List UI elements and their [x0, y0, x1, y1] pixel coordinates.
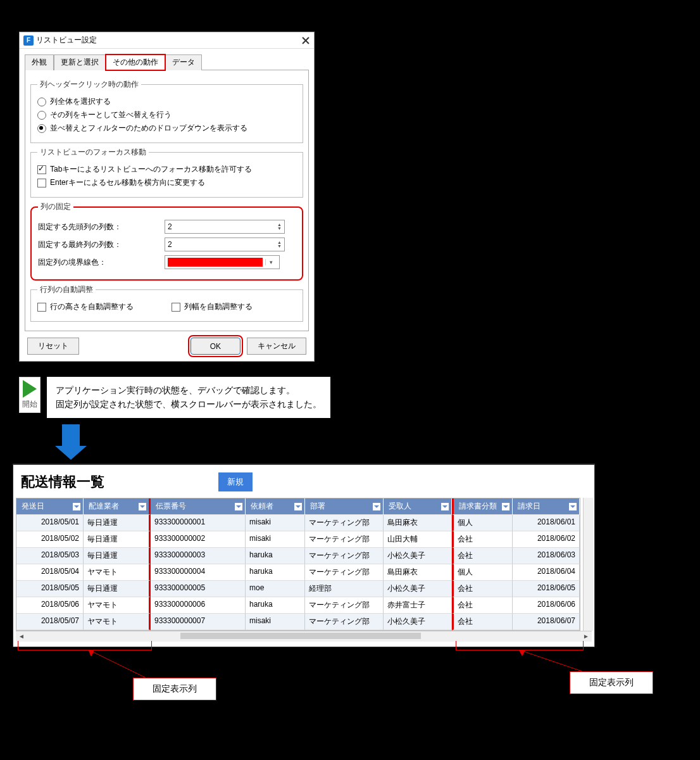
border-color-select[interactable]: ▾ — [165, 255, 280, 269]
table-cell[interactable]: 2018/06/02 — [513, 531, 580, 548]
spinner-arrows-icon[interactable]: ▲▼ — [277, 223, 282, 231]
filter-icon[interactable] — [294, 503, 302, 510]
table-cell[interactable]: 小松久美子 — [384, 581, 452, 597]
table-cell[interactable]: 毎日通運 — [84, 531, 151, 548]
column-header[interactable]: 配達業者 — [84, 498, 151, 515]
table-cell[interactable]: misaki — [246, 515, 305, 531]
table-cell[interactable]: マーケティング部 — [305, 564, 384, 581]
table-cell[interactable]: ヤマモト — [84, 597, 151, 614]
tab-other-behavior[interactable]: その他の動作 — [106, 54, 165, 70]
table-cell[interactable]: 933300000005 — [151, 581, 246, 597]
table-cell[interactable]: 2018/05/02 — [16, 531, 84, 548]
filter-icon[interactable] — [569, 503, 577, 510]
table-cell[interactable]: moe — [246, 581, 305, 597]
table-cell[interactable]: 小松久美子 — [384, 614, 452, 630]
radio-sort-by-column[interactable] — [37, 111, 46, 120]
checkbox-col-width[interactable] — [172, 303, 180, 312]
table-cell[interactable]: 2018/05/04 — [16, 564, 84, 581]
table-cell[interactable]: 会社 — [452, 614, 513, 630]
table-cell[interactable]: マーケティング部 — [305, 531, 384, 548]
table-row[interactable]: 2018/05/04ヤマモト933300000004harukaマーケティング部… — [16, 564, 580, 581]
table-row[interactable]: 2018/05/07ヤマモト933300000007misakiマーケティング部… — [16, 614, 580, 630]
table-cell[interactable]: 小松久美子 — [384, 548, 452, 564]
table-cell[interactable]: 個人 — [452, 515, 513, 531]
table-cell[interactable]: haruka — [246, 564, 305, 581]
table-cell[interactable]: 赤井富士子 — [384, 597, 452, 614]
table-row[interactable]: 2018/05/01毎日通運933300000001misakiマーケティング部… — [16, 515, 580, 531]
tab-update-select[interactable]: 更新と選択 — [54, 54, 106, 70]
table-cell[interactable]: 個人 — [452, 564, 513, 581]
scroll-thumb[interactable] — [180, 633, 421, 639]
table-cell[interactable]: マーケティング部 — [305, 614, 384, 630]
table-cell[interactable]: マーケティング部 — [305, 515, 384, 531]
table-cell[interactable]: 島田麻衣 — [384, 564, 452, 581]
filter-icon[interactable] — [373, 503, 380, 510]
column-header[interactable]: 部署 — [305, 498, 384, 515]
table-cell[interactable]: 山田大輔 — [384, 531, 452, 548]
table-cell[interactable]: 933300000003 — [151, 548, 246, 564]
table-cell[interactable]: misaki — [246, 614, 305, 630]
table-cell[interactable]: 会社 — [452, 548, 513, 564]
radio-show-dropdown[interactable] — [37, 124, 46, 133]
table-cell[interactable]: 2018/06/06 — [513, 597, 580, 614]
column-header[interactable]: 伝票番号 — [151, 498, 246, 515]
table-cell[interactable]: 2018/06/01 — [513, 515, 580, 531]
scroll-right-icon[interactable]: ► — [583, 633, 589, 640]
leading-fix-spinner[interactable]: 2 ▲▼ — [165, 220, 285, 234]
table-cell[interactable]: マーケティング部 — [305, 597, 384, 614]
trailing-fix-spinner[interactable]: 2 ▲▼ — [165, 238, 285, 251]
cancel-button[interactable]: キャンセル — [247, 338, 306, 355]
table-cell[interactable]: 2018/05/06 — [16, 597, 84, 614]
filter-icon[interactable] — [139, 503, 146, 510]
table-cell[interactable]: misaki — [246, 531, 305, 548]
table-cell[interactable]: 2018/06/04 — [513, 564, 580, 581]
table-cell[interactable]: 会社 — [452, 531, 513, 548]
table-cell[interactable]: 毎日通運 — [84, 515, 151, 531]
tab-appearance[interactable]: 外観 — [25, 54, 54, 70]
filter-icon[interactable] — [502, 503, 509, 510]
vertical-scrollbar[interactable] — [583, 498, 594, 631]
new-button[interactable]: 新規 — [218, 472, 253, 491]
column-header[interactable]: 発送日 — [16, 498, 84, 515]
table-cell[interactable]: 会社 — [452, 581, 513, 597]
table-cell[interactable]: 933300000002 — [151, 531, 246, 548]
table-cell[interactable]: 会社 — [452, 597, 513, 614]
ok-button[interactable]: OK — [191, 338, 241, 355]
table-cell[interactable]: 933300000006 — [151, 597, 246, 614]
horizontal-scrollbar[interactable]: ◄ ► — [16, 631, 592, 642]
table-cell[interactable]: 2018/06/07 — [513, 614, 580, 630]
table-cell[interactable]: 2018/05/07 — [16, 614, 84, 630]
table-cell[interactable]: 2018/06/03 — [513, 548, 580, 564]
chevron-down-icon[interactable]: ▾ — [265, 259, 276, 265]
table-cell[interactable]: 島田麻衣 — [384, 515, 452, 531]
tab-data[interactable]: データ — [165, 54, 202, 70]
table-cell[interactable]: 933300000001 — [151, 515, 246, 531]
table-row[interactable]: 2018/05/03毎日通運933300000003harukaマーケティング部… — [16, 548, 580, 564]
table-cell[interactable]: 933300000007 — [151, 614, 246, 630]
table-cell[interactable]: 毎日通運 — [84, 548, 151, 564]
column-header[interactable]: 請求日 — [513, 498, 580, 515]
table-cell[interactable]: 2018/05/05 — [16, 581, 84, 597]
table-cell[interactable]: haruka — [246, 548, 305, 564]
table-cell[interactable]: 毎日通運 — [84, 581, 151, 597]
checkbox-tab-focus[interactable] — [37, 165, 46, 174]
scroll-left-icon[interactable]: ◄ — [18, 633, 25, 640]
close-icon[interactable] — [301, 36, 310, 45]
column-header[interactable]: 受取人 — [384, 498, 452, 515]
radio-select-whole-column[interactable] — [37, 98, 46, 106]
table-row[interactable]: 2018/05/06ヤマモト933300000006harukaマーケティング部… — [16, 597, 580, 614]
spinner-arrows-icon[interactable]: ▲▼ — [277, 241, 282, 248]
column-header[interactable]: 依頼者 — [246, 498, 305, 515]
filter-icon[interactable] — [73, 503, 80, 510]
table-cell[interactable]: 933300000004 — [151, 564, 246, 581]
table-cell[interactable]: 2018/06/05 — [513, 581, 580, 597]
filter-icon[interactable] — [235, 503, 242, 510]
start-debug-button[interactable]: 開始 — [19, 377, 41, 413]
table-cell[interactable]: マーケティング部 — [305, 548, 384, 564]
checkbox-row-height[interactable] — [37, 303, 46, 312]
table-cell[interactable]: ヤマモト — [84, 564, 151, 581]
table-cell[interactable]: 2018/05/01 — [16, 515, 84, 531]
reset-button[interactable]: リセット — [27, 338, 79, 355]
table-cell[interactable]: haruka — [246, 597, 305, 614]
filter-icon[interactable] — [441, 503, 449, 510]
